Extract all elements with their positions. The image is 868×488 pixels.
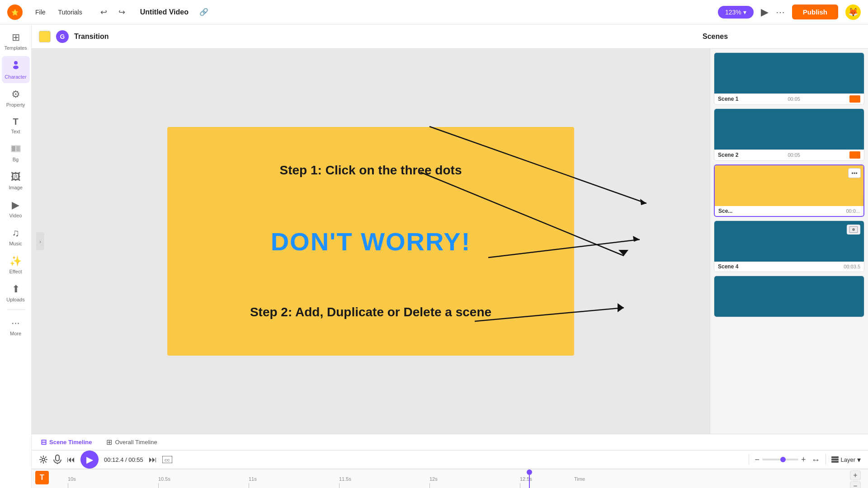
chevron-down-icon: ▾ (743, 9, 746, 16)
scene2-time: 00:05 (788, 152, 800, 158)
sidebar-item-video[interactable]: ▶ Video (2, 196, 30, 222)
effect-icon: ✨ (9, 255, 22, 267)
canvas-main-text: DON'T WORRY! (271, 227, 471, 256)
layer-dropdown-icon[interactable]: ▾ (857, 455, 861, 464)
collapse-handle[interactable]: › (36, 232, 44, 250)
fit-button[interactable]: ↔ (811, 455, 820, 465)
sidebar-item-templates[interactable]: ⊞ Templates (2, 28, 30, 54)
sidebar-label-templates: Templates (4, 45, 27, 51)
zoom-plus-button[interactable]: + (801, 455, 806, 465)
sidebar-label-image: Image (9, 185, 23, 190)
overall-timeline-icon: ⊞ (106, 438, 112, 446)
sidebar-item-more[interactable]: ··· More (2, 314, 30, 340)
sidebar-label-text: Text (11, 129, 20, 134)
scenes-panel-header-top: Scenes (703, 33, 861, 41)
scene1-footer: Scene 1 00:05 (714, 94, 864, 104)
scene-item-3[interactable]: Sce... 00:0... ••• Add Scene Duplicate D… (714, 164, 864, 217)
zoom-level-label: 123% (725, 9, 741, 16)
timeline-controls: ⏮ ▶ 00:12.4 / 00:55 ⏭ CC − + ↔ (32, 450, 868, 469)
skip-forward-button[interactable]: ⏭ (149, 455, 157, 465)
scene4-time: 00:03.5 (844, 264, 860, 269)
toolbar-row: G Transition Scenes (32, 24, 868, 49)
settings-button[interactable] (39, 455, 48, 464)
svg-text:CC: CC (165, 458, 170, 462)
zoom-minus-button[interactable]: − (755, 455, 760, 465)
uploads-icon: ⬆ (12, 283, 20, 295)
subtract-time-button[interactable]: − (850, 481, 861, 488)
bottom-area: ⊟ Scene Timeline ⊞ Overall Timeline ⏮ (32, 434, 868, 488)
add-time-button[interactable]: + (850, 470, 861, 480)
more-icon: ··· (11, 317, 19, 329)
scene-item-2[interactable]: Scene 2 00:05 (714, 108, 864, 161)
publish-button[interactable]: Publish (792, 5, 838, 19)
scenes-list: Scene 1 00:05 Scene 2 00:05 (710, 49, 868, 434)
topbar-menu: File Tutorials (30, 6, 88, 19)
zoom-thumb[interactable] (780, 457, 786, 462)
sidebar-label-more: More (10, 331, 21, 336)
sidebar-item-bg[interactable]: Bg (2, 140, 30, 166)
topbar: ⭐ File Tutorials ↩ ↪ Untitled Video 🔗 12… (0, 0, 868, 24)
scene5-thumb (714, 276, 864, 317)
sidebar-item-character[interactable]: Character (2, 56, 30, 83)
scene-item-1[interactable]: Scene 1 00:05 (714, 52, 864, 105)
zoom-button[interactable]: 123% ▾ (718, 6, 754, 19)
sidebar-label-uploads: Uploads (6, 297, 24, 302)
edit-title-icon[interactable]: 🔗 (199, 8, 208, 16)
divider-2 (826, 454, 826, 465)
scene4-thumb (714, 221, 864, 262)
property-icon: ⚙ (11, 89, 20, 100)
scene3-dots-button[interactable]: ••• (848, 168, 861, 178)
scene3-footer: Sce... 00:0... (715, 206, 863, 216)
ruler-mark-12-5s: 12.5s (520, 476, 532, 482)
svg-rect-18 (831, 456, 839, 458)
left-sidebar: ⊞ Templates Character ⚙ Property T Text … (0, 24, 32, 488)
scene2-name: Scene 2 (718, 152, 738, 158)
captions-button[interactable]: CC (162, 456, 172, 463)
scenes-panel: Scene 1 00:05 Scene 2 00:05 (710, 49, 868, 434)
svg-line-9 (475, 308, 624, 321)
scene2-footer: Scene 2 00:05 (714, 150, 864, 160)
image-icon: 🖼 (11, 171, 21, 183)
preview-play-icon[interactable]: ▶ (761, 6, 769, 18)
skip-back-button[interactable]: ⏮ (67, 455, 75, 465)
tutorials-menu[interactable]: Tutorials (53, 6, 88, 19)
avatar[interactable]: 🦊 (845, 5, 861, 20)
undo-button[interactable]: ↩ (97, 5, 111, 19)
sidebar-item-property[interactable]: ⚙ Property (2, 85, 30, 111)
zoom-track[interactable] (762, 459, 798, 460)
play-button[interactable]: ▶ (80, 450, 99, 469)
scene3-time: 00:0... (846, 208, 860, 214)
sidebar-item-music[interactable]: ♫ Music (2, 224, 30, 250)
svg-rect-20 (831, 461, 839, 463)
tab-scene-timeline[interactable]: ⊟ Scene Timeline (37, 436, 95, 448)
sidebar-label-video: Video (9, 213, 22, 218)
layer-select[interactable]: Layer ▾ (831, 455, 861, 464)
scene-item-5[interactable] (714, 276, 864, 317)
svg-rect-6 (16, 146, 20, 151)
bg-icon (11, 143, 21, 155)
scene1-time: 00:05 (788, 96, 800, 102)
app-logo[interactable]: ⭐ (7, 5, 23, 20)
sidebar-divider (7, 310, 25, 310)
timeline-cursor (529, 469, 530, 488)
sidebar-label-effect: Effect (9, 269, 22, 274)
divider-1 (749, 454, 749, 465)
sidebar-item-effect[interactable]: ✨ Effect (2, 252, 30, 278)
sidebar-item-text[interactable]: T Text (2, 113, 30, 138)
scene-timeline-label: Scene Timeline (49, 439, 92, 446)
svg-point-13 (42, 458, 45, 461)
sidebar-item-image[interactable]: 🖼 Image (2, 168, 30, 194)
color-swatch[interactable] (39, 31, 51, 42)
svg-point-2 (14, 61, 18, 65)
ruler-mark-10s: 10s (68, 476, 76, 482)
share-icon[interactable]: ⋯ (776, 7, 785, 18)
scene-item-4[interactable]: Scene 4 00:03.5 (714, 221, 864, 272)
mic-button[interactable] (53, 455, 61, 465)
sidebar-item-uploads[interactable]: ⬆ Uploads (2, 280, 30, 306)
tab-overall-timeline[interactable]: ⊞ Overall Timeline (103, 436, 160, 448)
canvas-scenes-row: › Step 1: Click on the three dots DON'T … (32, 49, 868, 434)
file-menu[interactable]: File (30, 6, 51, 19)
sidebar-label-character: Character (5, 74, 26, 80)
redo-button[interactable]: ↪ (115, 5, 129, 19)
ruler-mark-10-5s: 10.5s (158, 476, 170, 482)
